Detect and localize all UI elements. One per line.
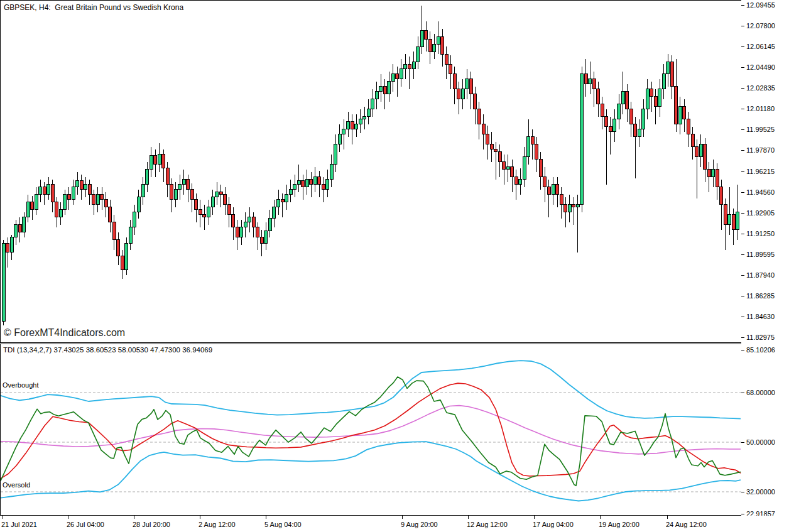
price-axis-tick [741,171,744,172]
time-axis-label: 12 Aug 12:00 [467,521,508,528]
time-axis-tick [266,516,266,519]
price-axis-label: 12.04490 [746,63,775,71]
time-axis-tick [402,516,403,519]
indicator-axis-label: 68.00000 [746,389,775,396]
price-axis-tick [741,150,744,151]
price-axis-label: 11.94560 [746,188,775,196]
time-axis-tick [534,516,535,519]
indicator-axis-tick [741,442,744,443]
tdi-indicator-chart[interactable] [1,344,741,515]
time-axis-label: 26 Jul 04:00 [67,521,104,528]
price-axis-tick [741,109,744,109]
time-axis-label: 19 Aug 20:00 [599,521,639,528]
indicator-axis-tick [741,393,744,393]
price-axis-tick [741,213,744,214]
price-axis-tick [741,46,744,47]
price-axis-label: 11.92905 [746,209,775,217]
price-axis-tick [741,337,744,338]
price-axis-label: 11.87940 [746,271,775,279]
time-axis-tick [600,516,601,519]
indicator-axis-tick [741,514,744,514]
price-axis-label: 12.02835 [746,84,775,92]
time-axis-tick [667,516,668,519]
price-axis-tick [741,275,744,276]
price-axis-label: 12.07800 [746,22,775,30]
price-axis-label: 12.06145 [746,43,775,50]
time-axis-label: 28 Jul 20:00 [133,521,170,528]
candlestick-chart[interactable] [1,1,741,342]
price-axis-label: 11.86285 [746,292,775,300]
time-axis-tick [3,516,3,519]
price-axis-label: 11.99525 [746,126,775,133]
price-axis-label: 11.96215 [746,168,775,175]
price-axis-tick [741,67,744,68]
price-axis-tick [741,254,744,255]
indicator-axis-label: 32.00000 [746,488,775,496]
indicator-axis-tick [741,492,744,492]
oversold-label: Oversold [3,481,30,489]
time-axis-label: 21 Jul 2021 [1,521,37,528]
tdi-indicator-pane[interactable]: TDI (13,34,2,7) 37.43025 38.60523 58.005… [0,344,742,516]
time-axis-tick [68,516,68,519]
price-axis-label: 11.91250 [746,230,775,237]
indicator-axis-tick [741,350,744,350]
time-axis-label: 17 Aug 04:00 [533,521,574,528]
overbought-label: Overbought [3,381,38,389]
watermark-label: © ForexMT4Indicators.com [4,327,125,339]
time-axis-label: 2 Aug 12:00 [199,521,236,528]
price-axis-label: 12.01180 [746,105,775,112]
indicator-title: TDI (13,34,2,7) 37.43025 38.60523 58.005… [3,346,212,354]
mt-chart-window: GBPSEK, H4: Great Britain Pound vs Swedi… [0,0,789,532]
time-axis-label: 24 Aug 12:00 [666,521,707,528]
chart-symbol-title: GBPSEK, H4: Great Britain Pound vs Swedi… [4,3,183,12]
price-axis-label: 11.84630 [746,313,775,320]
price-axis-label: 11.97870 [746,146,775,154]
price-axis-tick [741,192,744,193]
indicator-axis[interactable]: 85.1020668.0000050.0000032.0000022.91857 [741,344,789,519]
price-axis-label: 11.82975 [746,334,775,341]
time-axis-tick [134,516,134,519]
price-axis-tick [741,317,744,317]
indicator-axis-label: 85.10206 [746,346,775,354]
price-axis-tick [741,5,744,6]
price-axis-tick [741,88,744,89]
price-chart-pane[interactable]: GBPSEK, H4: Great Britain Pound vs Swedi… [0,0,742,343]
time-axis-tick [200,516,200,519]
time-axis-label: 9 Aug 20:00 [401,521,438,528]
price-axis[interactable]: 12.0945512.0780012.0614512.0449012.02835… [741,0,789,344]
price-axis-tick [741,234,744,234]
price-axis-tick [741,129,744,130]
time-axis[interactable]: 21 Jul 202126 Jul 04:0028 Jul 20:002 Aug… [0,516,789,532]
price-axis-tick [741,296,744,296]
time-axis-label: 5 Aug 04:00 [264,521,302,528]
indicator-axis-label: 50.00000 [746,438,775,446]
price-axis-label: 11.89595 [746,251,775,258]
time-axis-tick [468,516,469,519]
price-axis-tick [741,26,744,26]
price-axis-label: 12.09455 [746,1,775,9]
